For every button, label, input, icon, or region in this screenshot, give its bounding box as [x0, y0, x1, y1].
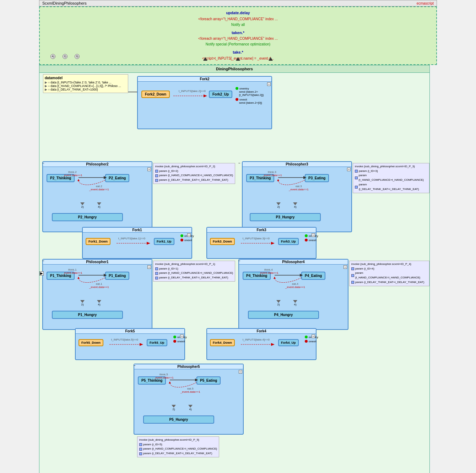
philosopher5-title: Philosopher5: [134, 364, 243, 369]
fork4-onexit-dot: [305, 340, 308, 343]
fork3-container: Fork3 Fork3_Down t_INPUTS[take.3]==0 For…: [206, 227, 317, 259]
p2-param-icon-1: [155, 170, 158, 173]
fork1-onentry-dot: [180, 234, 183, 237]
fork4-container: Fork4 Fork4_Down t_INPUTS[take.4]==0 For…: [206, 328, 317, 360]
p4-arrows: [239, 265, 348, 289]
p2-tri-4: [97, 202, 101, 205]
p2-param-2: param {t_HAND_COMPLIANCE=t_HAND_COMPLIAN…: [155, 173, 233, 178]
p2-tri-arrows: 2) 4): [80, 202, 101, 208]
svg-marker-13: [204, 94, 207, 97]
p3-tri-arrows: 2) 4): [276, 202, 297, 208]
p1-tri-arrows: 2) 4): [80, 300, 101, 306]
p5-collapse[interactable]: −: [239, 370, 242, 374]
p4-minus-btn[interactable]: −: [238, 259, 240, 263]
diagram-title: DiningPhilosophers: [39, 65, 429, 73]
fork4-onexit: onexit: [305, 340, 318, 343]
p5-minus-btn[interactable]: −: [134, 364, 136, 368]
connector-2: 2): [63, 54, 67, 59]
p1-minus-btn[interactable]: −: [42, 259, 44, 263]
p3-param-2: param {t_HAND_COMPLIANCE=t_HAND_COMPLIAN…: [355, 173, 427, 183]
p1-collapse[interactable]: −: [147, 265, 151, 269]
p3-invoke-label: invoke {sub_dining_philosopher.scxml=ID_…: [355, 164, 427, 169]
p2-param-1: param {i_ID=2}: [155, 169, 233, 174]
p3-minus-btn[interactable]: −: [238, 161, 240, 165]
arrow-markers: [203, 57, 273, 61]
fork3-onentry-dot: [305, 234, 308, 237]
p5-hungry-node: P5_Hungry: [143, 415, 214, 424]
fork2-collapse[interactable]: −: [267, 82, 271, 86]
fork1-transition-label: t_INPUTS[take.1]==0: [118, 237, 145, 240]
p3-param-icon-2: [355, 176, 358, 179]
fork5-onexit: onexit: [173, 340, 187, 343]
left-expand-icon[interactable]: ▶: [39, 271, 44, 276]
fork4-transition-label: t_INPUTS[take.4]==0: [243, 338, 270, 341]
fork5-title: Fork5: [76, 329, 184, 334]
philosopher2-container: Philosopher2 P2_Thinking P2_Eating think…: [42, 161, 152, 232]
p4-tri-2: [276, 300, 281, 303]
top-area: update.delay <foreach array="t_HAND_COMP…: [39, 6, 437, 65]
p3-param-icon-1: [355, 170, 358, 173]
p2-minus-btn[interactable]: −: [42, 161, 44, 165]
fork5-onentry-dot: [173, 336, 176, 338]
p3-hungry-node: P3_Hungry: [250, 213, 321, 221]
fork2-onentry-label: onentry: [239, 87, 249, 90]
fork5-transition-label: t_INPUTS[take.5]==0: [111, 338, 138, 341]
fork3-onexit-dot: [305, 239, 308, 241]
philosopher2-inner: P2_Thinking P2_Eating think.2 _event.dat…: [43, 167, 152, 227]
fork1-up-node: Fork1_Up: [154, 238, 174, 245]
fork2-onentry-dot: [236, 87, 238, 90]
fork3-collapse[interactable]: −: [312, 233, 315, 237]
arrow-2: [236, 57, 240, 61]
fork3-inner: Fork3_Down t_INPUTS[take.3]==0 Fork3_Up …: [207, 233, 316, 256]
p5-tri-arrows: 2) 4): [172, 405, 193, 411]
fork2-container: Fork2 Fork2_Down t_INPUTS[take.2]==0 For…: [137, 76, 272, 129]
p4-collapse[interactable]: −: [344, 265, 347, 269]
philosopher1-title: Philosopher1: [43, 260, 152, 265]
datamodel-title: datamodel: [45, 76, 126, 80]
arrow-3: [269, 57, 273, 61]
window-title: ScxmlDiningPhilosophers: [42, 1, 87, 5]
p3-param-icon-3: [355, 186, 358, 189]
fork2-onexit-dot: [236, 98, 238, 101]
p5-param-icon-1: [139, 443, 142, 446]
p2-collapse[interactable]: −: [147, 168, 151, 171]
philosopher3-inner: P3_Thinking P3_Eating think.3 _event.dat…: [243, 167, 351, 227]
p4-param-icon-1: [351, 267, 354, 270]
fork4-arrow: [241, 342, 276, 347]
p5-invoke-label: invoke {sub_dining_philosopher.scxml=ID_…: [139, 438, 217, 442]
p3-collapse[interactable]: −: [347, 168, 351, 171]
p5-param-1: param {i_ID=5}: [139, 442, 217, 447]
fork5-container: Fork5 Fork5_Down t_INPUTS[take.5]==0 For…: [75, 328, 185, 360]
fork1-collapse[interactable]: −: [187, 233, 191, 237]
p1-hungry-node: P1_Hungry: [52, 311, 123, 319]
p5-param-3: param {i_DELAY_THINK_EAT=i_DELAY_THINK_E…: [139, 451, 217, 456]
fork3-onexit: onexit: [305, 239, 318, 242]
fork4-onentry-dot: [305, 336, 308, 338]
event1-notify: Notify all: [231, 23, 245, 27]
fork5-collapse[interactable]: −: [180, 335, 184, 338]
event1-label: update.delay: [226, 11, 250, 15]
fork2-onexit: onexit: [236, 98, 271, 101]
fork4-collapse[interactable]: −: [312, 335, 315, 338]
p4-param-2: param {t_HAND_COMPLIANCE=t_HAND_COMPLIAN…: [351, 271, 427, 280]
fork2-arrow: [173, 92, 209, 99]
title-bar: ScxmlDiningPhilosophers ecmascript: [39, 0, 437, 6]
fork1-onexit-dot: [180, 239, 183, 241]
datamodel-panel: datamodel ▶ = data {t_INPUTS={'take.1':0…: [43, 74, 128, 93]
svg-marker-17: [147, 242, 150, 245]
event1-foreach: <foreach array="t_HAND_COMPLIANCE" index…: [198, 17, 278, 21]
p4-invoke-label: invoke {sub_dining_philosopher.scxml=ID_…: [351, 262, 427, 267]
philosopher3-title: Philosopher3: [243, 162, 351, 167]
fork1-arrow: [117, 240, 152, 246]
fork4-down-node: Fork4_Down: [210, 339, 235, 346]
fork2-title: Fork2: [138, 77, 271, 82]
svg-marker-23: [140, 343, 143, 346]
p1-param-icon-1: [155, 267, 158, 270]
p3-invoke-panel: invoke {sub_dining_philosopher.scxml=ID_…: [353, 163, 429, 193]
arrow-1: [203, 57, 207, 61]
main-container: ScxmlDiningPhilosophers ecmascript updat…: [39, 0, 437, 473]
event2-notify: Notify special (Performance optimization…: [206, 42, 270, 46]
datamodel-text-3: data {i_DELAY_THINK_EAT=1000}: [50, 88, 98, 91]
p4-tri-4: [293, 300, 297, 303]
event3-label: take.*: [233, 50, 243, 54]
